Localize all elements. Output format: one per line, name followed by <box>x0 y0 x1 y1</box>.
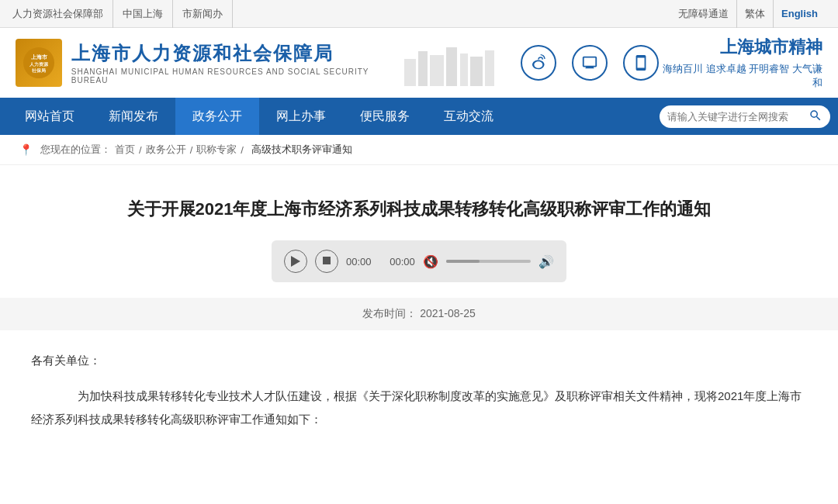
nav-interact[interactable]: 互动交流 <box>427 98 511 135</box>
logo-cn: 上海市人力资源和社会保障局 <box>71 41 396 66</box>
article-body: 各有关单位： 为加快科技成果转移转化专业技术人才队伍建设，根据《关于深化职称制度… <box>31 349 807 431</box>
breadcrumb-sep3: / <box>241 144 244 156</box>
nav-home[interactable]: 网站首页 <box>8 98 92 135</box>
top-link-traditional[interactable]: 繁体 <box>736 0 773 28</box>
city-spirit: 上海城市精神 海纳百川 追求卓越 开明睿智 大气谦和 <box>659 36 822 90</box>
logo-emblem: 上海市 人力资源 社保局 <box>16 39 62 87</box>
search-input[interactable] <box>667 111 809 123</box>
nav-politics[interactable]: 政务公开 <box>175 98 259 135</box>
location-icon: 📍 <box>19 143 33 156</box>
audio-play-button[interactable] <box>284 250 307 273</box>
audio-current-time: 00:00 <box>346 256 372 268</box>
svg-text:上海市: 上海市 <box>30 54 47 60</box>
svg-rect-7 <box>446 47 457 86</box>
nav-news[interactable]: 新闻发布 <box>92 98 175 135</box>
audio-player[interactable]: 00:00 00:00 🔇 🔊 <box>272 240 566 282</box>
article-title: 关于开展2021年度上海市经济系列科技成果转移转化高级职称评审工作的通知 <box>31 196 807 222</box>
header-social-icons <box>396 40 659 86</box>
audio-separator <box>379 256 383 268</box>
search-button[interactable] <box>809 109 822 125</box>
top-link-shanghai[interactable]: 中国上海 <box>113 0 173 28</box>
audio-progress-bar[interactable] <box>446 260 531 263</box>
breadcrumb-current: 高级技术职务评审通知 <box>251 143 352 157</box>
building-decoration <box>396 40 505 86</box>
top-link-english[interactable]: English <box>773 0 826 28</box>
volume-up-icon[interactable]: 🔊 <box>538 254 554 269</box>
audio-total-time: 00:00 <box>390 256 415 268</box>
nav-online[interactable]: 网上办事 <box>259 98 343 135</box>
breadcrumb-prefix: 您现在的位置： <box>40 143 111 157</box>
nav-services[interactable]: 便民服务 <box>343 98 427 135</box>
publish-label: 发布时间： <box>362 307 417 319</box>
top-bar-left: 人力资源社会保障部 中国上海 市新闻办 <box>12 0 233 28</box>
breadcrumb-politics[interactable]: 政务公开 <box>146 143 186 157</box>
top-bar-right: 无障碍通道 繁体 English <box>670 0 826 28</box>
audio-stop-button[interactable] <box>315 250 338 273</box>
article-paragraph1: 为加快科技成果转移转化专业技术人才队伍建设，根据《关于深化职称制度改革的实施意见… <box>31 385 807 431</box>
svg-rect-6 <box>430 55 444 86</box>
nav-items: 网站首页 新闻发布 政务公开 网上办事 便民服务 互动交流 <box>8 98 652 135</box>
svg-text:人力资源: 人力资源 <box>29 61 49 67</box>
svg-rect-5 <box>418 51 428 86</box>
svg-marker-11 <box>291 256 300 267</box>
top-link-hrss[interactable]: 人力资源社会保障部 <box>12 0 113 28</box>
breadcrumb-sep2: / <box>190 144 193 156</box>
logo-en: SHANGHAI MUNICIPAL HUMAN RESOURCES AND S… <box>71 67 396 85</box>
nav-search-box[interactable] <box>660 105 830 128</box>
article-greeting: 各有关单位： <box>31 349 807 372</box>
breadcrumb-expert[interactable]: 职称专家 <box>196 143 237 157</box>
top-bar: 人力资源社会保障部 中国上海 市新闻办 无障碍通道 繁体 English <box>0 0 838 28</box>
logo-text: 上海市人力资源和社会保障局 SHANGHAI MUNICIPAL HUMAN R… <box>71 41 396 85</box>
top-link-news[interactable]: 市新闻办 <box>173 0 233 28</box>
breadcrumb-home[interactable]: 首页 <box>115 143 135 157</box>
city-spirit-sub: 海纳百川 追求卓越 开明睿智 大气谦和 <box>659 62 822 90</box>
audio-progress-fill <box>446 260 480 263</box>
publish-date: 2021-08-25 <box>420 307 476 319</box>
breadcrumb-sep1: / <box>139 144 142 156</box>
top-link-accessible[interactable]: 无障碍通道 <box>670 0 736 28</box>
svg-rect-10 <box>485 50 494 86</box>
svg-rect-9 <box>470 57 483 86</box>
main-nav: 网站首页 新闻发布 政务公开 网上办事 便民服务 互动交流 <box>0 98 838 135</box>
breadcrumb: 📍 您现在的位置： 首页 / 政务公开 / 职称专家 / 高级技术职务评审通知 <box>0 135 838 165</box>
weibo-icon[interactable] <box>521 45 556 81</box>
svg-rect-8 <box>460 54 468 86</box>
publish-time-bar: 发布时间： 2021-08-25 <box>0 298 838 330</box>
computer-icon[interactable] <box>572 45 608 81</box>
svg-rect-4 <box>404 59 416 86</box>
volume-icon[interactable]: 🔇 <box>423 254 438 269</box>
logo-area: 上海市 人力资源 社保局 上海市人力资源和社会保障局 SHANGHAI MUNI… <box>16 39 396 87</box>
main-content: 关于开展2021年度上海市经济系列科技成果转移转化高级职称评审工作的通知 00:… <box>0 165 838 475</box>
svg-rect-12 <box>323 257 331 264</box>
city-spirit-title: 上海城市精神 <box>659 36 822 59</box>
mobile-icon[interactable] <box>623 45 659 81</box>
svg-text:社保局: 社保局 <box>31 67 46 73</box>
site-header: 上海市 人力资源 社保局 上海市人力资源和社会保障局 SHANGHAI MUNI… <box>0 28 838 98</box>
